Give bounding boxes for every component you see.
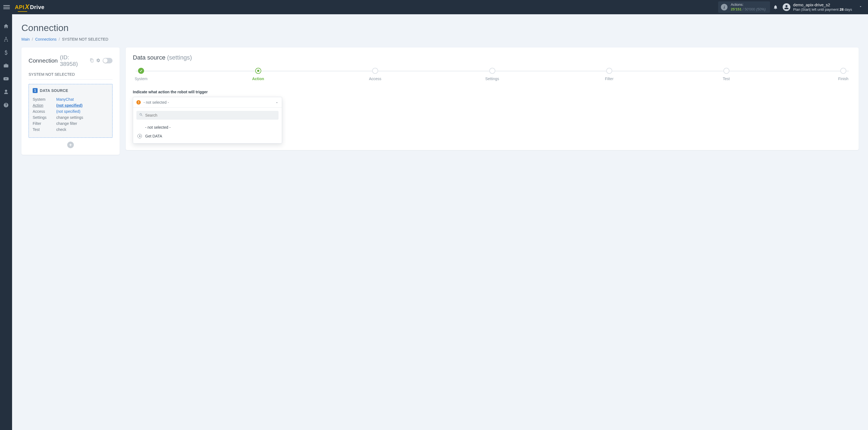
user-name: demo_apix-drive_s2 [793,2,852,8]
user-plan: Plan |Start| left until payment 28 days [793,7,852,12]
topbar: API X Drive i Actions: 25'151 / 50'000 (… [0,0,868,14]
logo-part-drive: Drive [30,4,44,10]
avatar-icon [783,3,790,11]
actions-percent: (50%) [756,7,766,11]
logo-part-x: X [25,3,30,11]
menu-toggle-button[interactable] [3,4,10,10]
actions-counter[interactable]: i Actions: 25'151 / 50'000 (50%) [718,1,770,13]
actions-total: 50'000 [745,7,755,11]
actions-label: Actions: [731,2,766,7]
actions-values: 25'151 / 50'000 (50%) [731,7,766,12]
notifications-button[interactable] [770,5,781,10]
logo-part-api: API [15,4,24,10]
actions-used: 25'151 [731,7,742,11]
chevron-down-icon[interactable] [859,5,863,10]
logo[interactable]: API X Drive [15,3,44,11]
info-icon: i [721,4,727,10]
user-menu[interactable]: demo_apix-drive_s2 Plan |Start| left unt… [783,2,852,12]
